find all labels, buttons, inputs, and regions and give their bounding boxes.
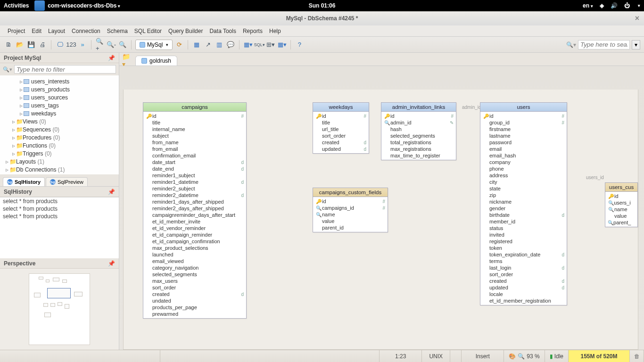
tool2-icon[interactable]: ▦▾ — [277, 40, 287, 49]
table-column[interactable]: updatedd — [480, 284, 567, 291]
table-column[interactable]: max_registrations — [381, 146, 456, 152]
power-icon[interactable]: ⏻ — [624, 2, 630, 9]
table-column[interactable]: email — [480, 146, 567, 152]
table-column[interactable]: et_id_member_invite — [143, 218, 246, 225]
table-column[interactable]: launched — [143, 251, 246, 258]
table-column[interactable]: reminder1_days_after_shipped — [143, 198, 246, 205]
table-column[interactable]: registered — [480, 238, 567, 245]
refresh-icon[interactable]: ⟳ — [174, 40, 184, 49]
table-column[interactable]: gender — [480, 205, 567, 212]
table-column[interactable]: selected_segments — [143, 271, 246, 278]
table-column[interactable]: email_hash — [480, 152, 567, 159]
table-column[interactable]: max_time_to_register — [381, 152, 456, 159]
lang-indicator[interactable]: en▾ — [583, 2, 593, 9]
table-column[interactable]: password — [480, 139, 567, 146]
volume-icon[interactable]: 🔊 — [611, 2, 618, 9]
sql-history-list[interactable]: select * from products select * from pro… — [0, 197, 119, 258]
grid-icon[interactable]: ▦▾ — [243, 40, 253, 49]
menu-reports[interactable]: Reports — [240, 27, 265, 35]
tool1-icon[interactable]: ⊞▾ — [266, 40, 275, 49]
table-column[interactable]: from_email — [143, 146, 246, 152]
table-column[interactable]: last_logind — [480, 264, 567, 271]
table-users-cust[interactable]: users_cus 🔑id🔍users_i🔍namevalue🔍parent_ — [605, 182, 638, 227]
table-column[interactable]: value — [605, 213, 637, 219]
trash-button[interactable]: 🗑 — [630, 350, 644, 362]
menu-connection[interactable]: Connection — [69, 27, 103, 35]
arrow-icon[interactable]: ↗ — [203, 40, 213, 49]
table-column[interactable]: subject — [143, 132, 246, 139]
tab-sqlhistory[interactable]: SqlSqlHistory — [3, 177, 45, 186]
table-column[interactable]: phone — [480, 165, 567, 172]
search-dropdown[interactable]: ▾ — [632, 40, 640, 49]
table-campaigns[interactable]: campaigns 🔑id#titleinternal_namesubjectf… — [143, 102, 247, 319]
table-icon[interactable]: ▦ — [192, 40, 201, 49]
filter-search-icon[interactable]: 🔍▾ — [3, 66, 12, 73]
menu-schema[interactable]: Schema — [104, 27, 131, 35]
search-icon[interactable]: 🔍▾ — [566, 41, 576, 48]
table-column[interactable]: nickname — [480, 198, 567, 205]
table-column[interactable]: max_product_selections — [143, 245, 246, 251]
table-column[interactable]: member_id — [480, 218, 567, 225]
table-column[interactable]: 🔑id# — [313, 198, 388, 205]
table-column[interactable]: title — [313, 119, 369, 126]
window-close-button[interactable]: × — [635, 14, 639, 23]
menu-query-builder[interactable]: Query Builder — [165, 27, 206, 35]
table-column[interactable]: reminder2_datetimed — [143, 192, 246, 198]
zoom-in-icon[interactable]: 🔍+ — [95, 40, 105, 49]
table-column[interactable]: group_id# — [480, 119, 567, 126]
tab-folder-icon[interactable]: 📁▾ — [122, 55, 132, 66]
table-column[interactable]: state — [480, 185, 567, 192]
new-file-icon[interactable]: 🗎 — [4, 40, 13, 49]
zoom-out-icon[interactable]: 🔍- — [107, 40, 116, 49]
system-menu-caret[interactable]: ▾ — [638, 3, 640, 8]
table-column[interactable]: parent_id — [313, 224, 388, 231]
table-column[interactable]: campaignreminder_days_after_start — [143, 212, 246, 218]
search-input[interactable] — [578, 40, 630, 49]
table-column[interactable]: total_registrations — [381, 139, 456, 146]
menu-project[interactable]: Project — [5, 27, 28, 35]
table-column[interactable]: reminder2_days_after_shipped — [143, 205, 246, 212]
table-column[interactable]: 🔑id# — [143, 113, 246, 119]
table-column[interactable]: max_users — [143, 278, 246, 284]
table-column[interactable]: 🔑id — [605, 193, 637, 199]
tab-sqlpreview[interactable]: SqlSqlPreview — [46, 177, 88, 186]
project-filter-input[interactable] — [14, 65, 116, 74]
table-column[interactable]: from_name — [143, 139, 246, 146]
table-column[interactable]: email_viewed — [143, 258, 246, 264]
table-column[interactable]: birthdated — [480, 212, 567, 218]
table-column[interactable]: sort_order — [313, 132, 369, 139]
table-weekdays[interactable]: weekdays 🔑id#titleurl_titlesort_ordercre… — [313, 102, 369, 154]
menu-layout[interactable]: Layout — [45, 27, 68, 35]
pin-icon[interactable]: 📌 — [108, 189, 115, 195]
table-column[interactable]: createdd — [143, 291, 246, 297]
table-column[interactable]: 🔍parent_ — [605, 219, 637, 226]
table-column[interactable]: updatedd — [313, 146, 369, 152]
table-column[interactable]: company — [480, 159, 567, 165]
pin-icon[interactable]: 📌 — [108, 260, 115, 267]
table-column[interactable]: url_title — [313, 126, 369, 132]
table-column[interactable]: confirmation_email — [143, 152, 246, 159]
table-column[interactable]: value — [313, 218, 388, 224]
table-column[interactable]: address — [480, 172, 567, 179]
project-tree[interactable]: ▹users_interests ▹users_products ▹users_… — [0, 75, 119, 174]
table-column[interactable]: 🔍campaigns_id# — [313, 205, 388, 211]
perspective-minimap[interactable] — [29, 273, 90, 345]
table-column[interactable]: prewarmed — [143, 311, 246, 317]
sql-icon[interactable]: SQL▾ — [255, 40, 264, 49]
table-column[interactable]: date_endd — [143, 165, 246, 172]
table-column[interactable]: products_per_page — [143, 304, 246, 311]
status-zoom[interactable]: 🎨 🔍 93 % — [504, 350, 545, 362]
table-column[interactable]: terms — [480, 258, 567, 264]
table-column[interactable]: token_expiration_dated — [480, 251, 567, 258]
table-column[interactable]: 🔍name — [313, 211, 388, 218]
table-column[interactable]: invited — [480, 231, 567, 238]
table-column[interactable]: title — [143, 119, 246, 126]
menu-help[interactable]: Help — [266, 27, 284, 35]
table-column[interactable]: lastname — [480, 132, 567, 139]
open-folder-icon[interactable]: 📂 — [15, 40, 25, 49]
table-column[interactable]: 🔑id# — [480, 113, 567, 119]
table-column[interactable]: 🔍name — [605, 206, 637, 213]
table-column[interactable]: 🔍admin_id✎ — [381, 119, 456, 126]
table-column[interactable]: selected_segments — [381, 132, 456, 139]
table-column[interactable]: 🔑id# — [381, 113, 456, 119]
